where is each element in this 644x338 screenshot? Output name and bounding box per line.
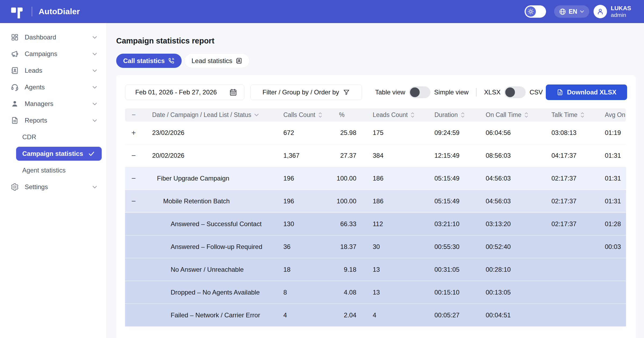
table-row: Answered – Follow-up Required 3618.37300… bbox=[125, 236, 626, 258]
cell-calls: 18 bbox=[283, 266, 332, 273]
sidebar-item-label: Managers bbox=[25, 100, 53, 108]
collapse-row-button[interactable]: − bbox=[129, 151, 138, 160]
cell-calls: 672 bbox=[283, 129, 332, 137]
main-content: Campaign statistics report Call statisti… bbox=[107, 23, 644, 338]
column-header-duration[interactable]: Duration bbox=[434, 111, 486, 119]
cell-talk: 03:08:13 bbox=[551, 129, 605, 137]
cell-leads: 13 bbox=[356, 266, 434, 273]
expand-row-button[interactable]: + bbox=[129, 337, 138, 338]
theme-toggle[interactable] bbox=[525, 5, 546, 18]
csv-label: CSV bbox=[529, 89, 543, 96]
cell-pct: 18.37 bbox=[332, 243, 356, 251]
cell-on-call: 00:04:51 bbox=[486, 311, 551, 319]
toolbar-divider bbox=[476, 88, 477, 97]
phone-call-icon bbox=[168, 57, 175, 64]
column-header-leads-count[interactable]: Leads Count bbox=[356, 111, 434, 119]
sidebar-subitem-label: CDR bbox=[22, 133, 36, 141]
cell-talk: 04:17:37 bbox=[551, 152, 605, 159]
collapse-row-button[interactable]: − bbox=[129, 196, 138, 206]
cell-calls: 196 bbox=[283, 175, 332, 182]
sort-icon bbox=[318, 111, 323, 119]
cell-talk: 02:17:37 bbox=[551, 175, 605, 182]
table-row: No Answer / Unreachable 189.181300:31:05… bbox=[125, 258, 626, 281]
expand-row-button[interactable]: + bbox=[129, 128, 138, 138]
download-xlsx-button[interactable]: Download XLSX bbox=[546, 84, 627, 100]
sidebar-item-agents[interactable]: Agents bbox=[0, 79, 107, 95]
address-book-icon bbox=[11, 67, 19, 75]
cell-avg: 01:31 bbox=[605, 152, 626, 159]
cell-leads: 186 bbox=[356, 175, 434, 182]
cell-on-call: 00:13:05 bbox=[486, 289, 551, 296]
collapse-row-button[interactable]: − bbox=[129, 174, 138, 183]
cell-name: Fiber Upgrade Campaign bbox=[142, 175, 283, 182]
megaphone-icon bbox=[11, 50, 19, 58]
sidebar-item-label: Dashboard bbox=[25, 34, 56, 41]
sidebar-item-settings[interactable]: Settings bbox=[0, 179, 107, 195]
cell-name: Mobile Retention Batch bbox=[142, 197, 283, 205]
sidebar-subitem-label: Campaign statistics bbox=[22, 150, 83, 157]
column-header-calls-count[interactable]: Calls Count bbox=[283, 111, 332, 119]
column-header-avg-on[interactable]: Avg On bbox=[605, 111, 626, 119]
sidebar-item-agent-statistics[interactable]: Agent statistics bbox=[0, 162, 107, 179]
table-view-label: Table view bbox=[375, 89, 405, 96]
column-header-expand[interactable]: − bbox=[125, 111, 142, 119]
sidebar-item-cdr[interactable]: CDR bbox=[0, 129, 107, 145]
cell-duration: 00:15:10 bbox=[434, 289, 486, 296]
view-mode-toggle[interactable] bbox=[409, 86, 430, 98]
sidebar-item-leads[interactable]: Leads bbox=[0, 62, 107, 79]
check-icon bbox=[88, 151, 95, 156]
sort-icon bbox=[524, 111, 529, 119]
table-row: − 20/02/2026 1,36727.3738412:15:4908:56:… bbox=[125, 144, 626, 167]
table-row: Failed – Network / Carrier Error 42.0440… bbox=[125, 304, 626, 327]
cell-pct: 66.33 bbox=[332, 220, 356, 228]
page-title: Campaign statistics report bbox=[116, 36, 636, 45]
cell-name: Answered – Follow-up Required bbox=[142, 243, 283, 251]
cell-calls: 130 bbox=[283, 220, 332, 228]
column-header-on-call-time[interactable]: On Call Time bbox=[486, 111, 551, 119]
sidebar-item-label: Settings bbox=[25, 183, 48, 191]
cell-on-call: 08:56:03 bbox=[486, 152, 551, 159]
cell-on-call: 00:28:10 bbox=[486, 266, 551, 273]
cell-on-call: 03:13:20 bbox=[486, 220, 551, 228]
sidebar-item-campaign-statistics[interactable]: Campaign statistics bbox=[16, 147, 102, 161]
xlsx-label: XLSX bbox=[484, 89, 500, 96]
cell-duration: 00:05:27 bbox=[434, 311, 486, 319]
sidebar-item-managers[interactable]: Managers bbox=[0, 95, 107, 112]
column-header-date-campaign-lead-list-status[interactable]: Date / Campaign / Lead List / Status bbox=[142, 111, 283, 119]
filter-group-order-button[interactable]: Filter / Group by / Order by bbox=[250, 84, 362, 100]
cell-calls: 36 bbox=[283, 243, 332, 251]
report-tabs: Call statistics Lead statistics bbox=[116, 54, 636, 68]
table-row: − Mobile Retention Batch 196100.0018605:… bbox=[125, 190, 626, 213]
headset-icon bbox=[11, 83, 19, 91]
tab-lead-statistics[interactable]: Lead statistics bbox=[185, 54, 249, 68]
language-selector[interactable]: EN bbox=[554, 5, 589, 18]
sidebar-item-reports[interactable]: Reports bbox=[0, 112, 107, 129]
chevron-down-icon bbox=[92, 102, 97, 106]
sidebar-item-campaigns[interactable]: Campaigns bbox=[0, 46, 107, 62]
sidebar-subitem-label: Agent statistics bbox=[22, 167, 65, 174]
cell-leads: 13 bbox=[356, 289, 434, 296]
user-name: LUKAS bbox=[611, 5, 631, 12]
cell-avg: 01:28 bbox=[605, 220, 626, 228]
cell-name: No Answer / Unreachable bbox=[142, 266, 283, 273]
cell-pct: 100.00 bbox=[332, 175, 356, 182]
sidebar-nav: Dashboard Campaigns Leads Agents Manager… bbox=[0, 29, 107, 195]
tab-call-statistics[interactable]: Call statistics bbox=[116, 54, 182, 68]
cell-duration: 05:15:49 bbox=[434, 175, 486, 182]
cell-name: 23/02/2026 bbox=[142, 129, 283, 137]
sidebar-item-dashboard[interactable]: Dashboard bbox=[0, 29, 107, 46]
cell-calls: 1,367 bbox=[283, 152, 332, 159]
column-header-talk-time[interactable]: Talk Time bbox=[551, 111, 605, 119]
cell-talk: 02:17:37 bbox=[551, 197, 605, 205]
calendar-icon bbox=[229, 88, 237, 96]
app-logo-icon bbox=[11, 5, 25, 19]
export-format-toggle[interactable] bbox=[504, 86, 526, 98]
user-menu[interactable]: LUKAS admin bbox=[594, 5, 631, 18]
cell-leads: 4 bbox=[356, 311, 434, 319]
column-header-[interactable]: % bbox=[332, 111, 356, 119]
cell-leads: 112 bbox=[356, 220, 434, 228]
date-range-picker[interactable]: Feb 01, 2026 - Feb 27, 2026 bbox=[125, 84, 244, 100]
statistics-table: − Date / Campaign / Lead List / Status C… bbox=[125, 108, 626, 338]
sidebar-item-label: Leads bbox=[25, 67, 42, 74]
table-row: Answered – Successful Contact 13066.3311… bbox=[125, 213, 626, 236]
